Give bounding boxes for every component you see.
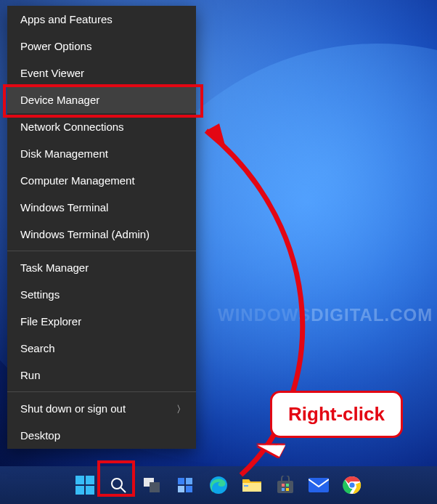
menu-item-windows-terminal-admin[interactable]: Windows Terminal (Admin) [7,221,196,248]
chevron-right-icon: 〉 [176,404,186,413]
chrome-icon [343,476,362,495]
annotation-callout: Right-click [270,391,403,438]
task-view-icon [143,477,160,493]
taskbar [0,466,437,504]
menu-separator [7,251,196,251]
taskbar-task-view-button[interactable] [142,475,162,495]
windows-logo-icon [75,476,94,495]
menu-item-disk-management[interactable]: Disk Management [7,140,196,167]
winx-context-menu: Apps and Features Power Options Event Vi… [7,6,196,449]
taskbar-mail-button[interactable] [309,475,329,495]
svg-rect-19 [282,488,285,491]
svg-point-24 [349,482,354,487]
svg-line-6 [121,487,126,492]
search-icon [110,476,127,494]
svg-point-5 [112,479,122,489]
svg-rect-2 [86,476,94,484]
svg-rect-1 [75,476,84,484]
file-explorer-icon [242,477,262,493]
menu-item-file-explorer[interactable]: File Explorer [7,308,196,335]
menu-item-settings[interactable]: Settings [7,281,196,308]
menu-item-event-viewer[interactable]: Event Viewer [7,60,196,86]
svg-rect-9 [178,478,184,484]
menu-item-network-connections[interactable]: Network Connections [7,113,196,140]
menu-item-task-manager[interactable]: Task Manager [7,254,196,281]
edge-icon [209,476,228,495]
taskbar-edge-button[interactable] [208,475,229,495]
menu-item-windows-terminal[interactable]: Windows Terminal [7,194,196,221]
taskbar-widgets-button[interactable] [175,475,195,495]
svg-rect-18 [286,484,289,487]
svg-rect-16 [277,481,293,493]
svg-rect-3 [75,486,84,495]
taskbar-chrome-button[interactable] [342,475,362,495]
svg-rect-15 [244,485,248,487]
taskbar-store-button[interactable] [275,475,295,495]
menu-item-computer-management[interactable]: Computer Management [7,167,196,194]
menu-item-desktop[interactable]: Desktop [7,422,196,449]
menu-item-search[interactable]: Search [7,335,196,362]
svg-rect-8 [150,482,160,492]
menu-item-device-manager[interactable]: Device Manager [7,86,196,113]
svg-rect-4 [86,486,94,495]
svg-rect-12 [186,486,192,492]
svg-marker-0 [206,123,225,145]
svg-rect-10 [186,478,192,484]
menu-separator [7,391,196,392]
menu-item-shut-down-or-sign-out[interactable]: Shut down or sign out〉 [7,395,196,422]
menu-item-apps-and-features[interactable]: Apps and Features [7,6,196,33]
widgets-icon [176,476,194,494]
desktop-wallpaper: WINDOWSDIGITAL.COM Apps and Features Pow… [0,0,437,504]
menu-item-power-options[interactable]: Power Options [7,33,196,60]
svg-rect-14 [242,483,261,492]
taskbar-file-explorer-button[interactable] [242,475,262,495]
mail-icon [309,478,329,492]
start-button[interactable] [75,475,95,495]
taskbar-search-button[interactable] [108,475,128,495]
svg-rect-17 [282,484,285,487]
menu-item-run[interactable]: Run [7,362,196,389]
svg-rect-11 [178,486,184,492]
microsoft-store-icon [276,476,295,495]
svg-rect-21 [309,478,329,492]
watermark-text: WINDOWSDIGITAL.COM [218,305,433,325]
svg-rect-20 [286,488,289,491]
